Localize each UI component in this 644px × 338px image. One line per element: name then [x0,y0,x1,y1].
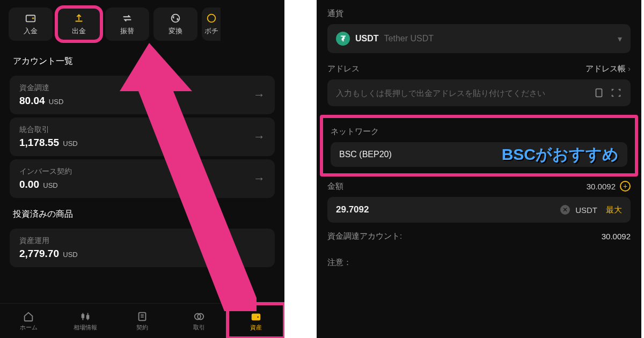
convert-icon [170,12,181,24]
rings-icon [193,311,205,322]
assets-screen: 入金 出金 振替 変換 ボチ アカウント一覧 資金調達 80.04 USD → … [0,0,284,338]
candlestick-icon [79,311,91,322]
tab-assets[interactable]: 資産 [228,304,284,338]
amount-max-button[interactable]: 最大 [606,205,622,215]
svg-point-7 [258,316,259,317]
wallet-plus-icon [25,12,36,24]
chevron-right-icon: → [253,130,265,144]
amount-input[interactable]: 29.7092 ✕ USDT 最大 [327,197,631,223]
currency-label: 通貨 [327,9,631,19]
bottom-tabbar: ホーム 相場情報 契約 取引 資産 [0,303,284,338]
svg-point-1 [172,14,180,23]
withdraw-label: 出金 [72,26,86,36]
svg-point-2 [207,14,215,23]
invested-value: 2,779.70 [19,248,59,259]
account-row-inverse[interactable]: インバース契約 0.00 USD → [10,159,275,198]
account-currency: USD [49,98,63,106]
address-label: アドレス [327,64,360,74]
tab-home[interactable]: ホーム [0,304,57,338]
annotation-callout: BSCがおすすめ [502,144,619,166]
tab-contracts[interactable]: 契約 [114,304,171,338]
amount-unit: USDT [575,205,597,215]
tab-label: 相場情報 [74,324,97,332]
invested-row[interactable]: 資産運用 2,779.70 USD [10,229,275,267]
account-currency: USD [43,181,57,189]
token-symbol: USDT [355,34,379,43]
transfer-action[interactable]: 振替 [105,8,149,41]
upload-icon [73,12,85,24]
account-label: 資金調達 [19,83,63,93]
account-label: 統合取引 [19,125,78,135]
account-row-funding[interactable]: 資金調達 80.04 USD → [10,76,275,114]
swap-icon [121,12,133,24]
network-section-highlight: ネットワーク BSC (BEP20) BSCがおすすめ [320,115,638,177]
amount-label: 金額 [327,181,343,192]
address-placeholder: 入力もしくは長押しで出金アドレスを貼り付けてください [336,87,588,99]
invested-heading: 投資済みの商品 [0,201,284,225]
account-value: 1,178.55 [19,137,59,148]
withdraw-action[interactable]: 出金 [57,8,101,41]
svg-rect-8 [596,89,602,97]
account-value: 80.04 [19,95,45,106]
note-label: 注意： [327,258,631,268]
funding-account-value: 30.0092 [602,232,631,241]
amount-available: 30.0092 [587,182,616,191]
funding-account-label: 資金調達アカウント: [327,231,402,241]
chevron-right-icon: › [628,64,631,73]
quick-actions-row: 入金 出金 振替 変換 ボチ [0,0,284,48]
home-icon [23,311,34,322]
account-label: インバース契約 [19,167,72,177]
caret-down-icon: ▾ [618,34,622,44]
network-value: BSC (BEP20) [339,150,392,159]
chevron-right-icon: → [253,88,265,102]
gift-icon [206,12,217,24]
chevron-right-icon: → [253,172,265,186]
address-book-link[interactable]: アドレス帳 › [586,64,631,74]
convert-action[interactable]: 変換 [153,8,197,41]
voucher-label: ボチ [204,26,218,36]
tab-label: ホーム [20,324,38,332]
accounts-heading: アカウント一覧 [0,48,284,72]
currency-select[interactable]: ₮ USDT Tether USDT ▾ [327,24,631,53]
transfer-label: 振替 [120,26,134,36]
tab-label: 契約 [136,324,148,332]
tab-markets[interactable]: 相場情報 [57,304,114,338]
address-input[interactable]: 入力もしくは長押しで出金アドレスを貼り付けてください [327,79,631,106]
scan-icon[interactable] [610,87,622,99]
account-row-unified[interactable]: 統合取引 1,178.55 USD → [10,117,275,156]
withdraw-screen: 通貨 ₮ USDT Tether USDT ▾ アドレス アドレス帳 › 入力も… [317,0,641,338]
document-icon [136,311,148,322]
invested-currency: USD [63,251,77,259]
wallet-icon [250,311,262,322]
tab-trade[interactable]: 取引 [171,304,228,338]
network-label: ネットワーク [331,127,627,137]
clear-icon[interactable]: ✕ [560,205,570,215]
usdt-icon: ₮ [336,32,350,46]
token-name: Tether USDT [384,34,434,43]
tab-label: 取引 [193,324,205,332]
account-value: 0.00 [19,179,39,190]
tab-label: 資産 [250,324,262,332]
account-currency: USD [63,139,77,148]
svg-rect-6 [252,314,260,320]
deposit-action[interactable]: 入金 [9,8,53,41]
paste-icon[interactable] [593,87,605,99]
voucher-action[interactable]: ボチ [202,8,221,41]
invested-label: 資産運用 [19,236,78,246]
add-amount-icon[interactable]: + [620,181,631,192]
amount-value: 29.7092 [336,204,369,215]
deposit-label: 入金 [24,26,38,36]
convert-label: 変換 [169,26,182,36]
